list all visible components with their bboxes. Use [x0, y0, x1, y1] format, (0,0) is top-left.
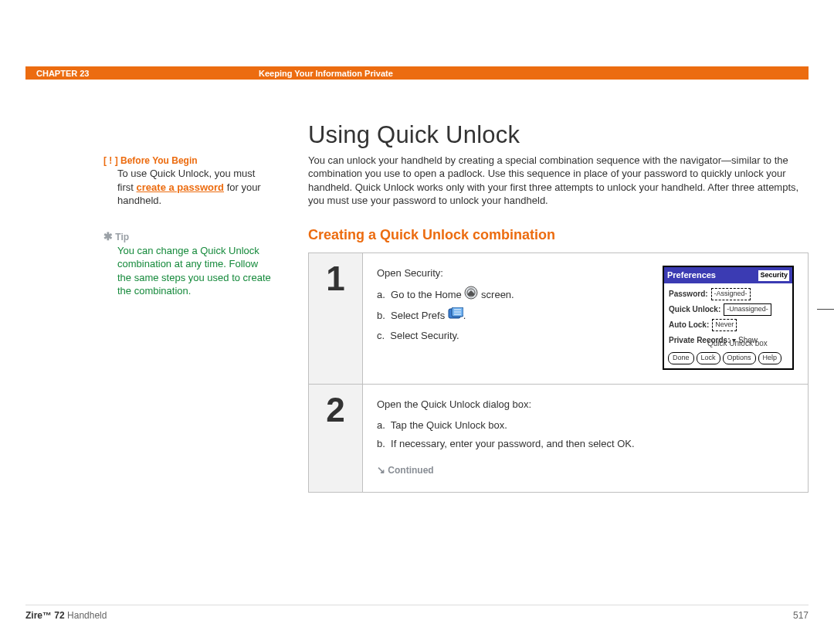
- step-lead: Open the Quick Unlock dialog box:: [377, 397, 794, 412]
- create-password-link[interactable]: create a password: [137, 181, 224, 193]
- done-button: Done: [668, 352, 694, 364]
- quickunlock-box: -Unassigned-: [724, 303, 771, 316]
- item-text-post: .: [463, 310, 466, 321]
- section-heading: Using Quick Unlock: [308, 121, 809, 149]
- page-footer: Zire™ 72 Handheld 517: [25, 605, 809, 621]
- screenshot-row: Quick Unlock: -Unassigned-: [669, 303, 788, 316]
- step-content: Open the Quick Unlock dialog box: a. Tap…: [363, 385, 808, 492]
- password-label: Password:: [669, 288, 708, 300]
- page-number: 517: [793, 610, 809, 621]
- chapter-label: CHAPTER 23: [36, 69, 259, 78]
- autolock-value: Never: [712, 319, 737, 331]
- subsection-heading: Creating a Quick Unlock combination: [308, 227, 809, 243]
- lock-button: Lock: [697, 352, 720, 364]
- screenshot-title: Preferences: [667, 269, 716, 282]
- item-text: Go to the Home: [391, 289, 464, 300]
- item-text: Select Security.: [390, 330, 459, 341]
- before-you-begin-heading: [ ! ] Before You Begin: [103, 154, 273, 167]
- step-content: Open Security: a. Go to the Home screen.…: [363, 253, 808, 384]
- step-item: a. Tap the Quick Unlock box.: [377, 418, 794, 433]
- step-item: c. Select Security.: [377, 328, 650, 344]
- step-number: 2: [309, 385, 363, 492]
- intro-paragraph: You can unlock your handheld by creating…: [308, 154, 809, 207]
- chapter-title: Keeping Your Information Private: [259, 69, 393, 78]
- quickunlock-callout: Quick Unlock box: [707, 340, 768, 347]
- step-number: 1: [309, 253, 363, 384]
- screenshot-row: Auto Lock: Never: [669, 319, 788, 331]
- step-item: b. Select Prefs .: [377, 307, 650, 324]
- quickunlock-label: Quick Unlock:: [669, 303, 720, 316]
- product-name: Zire™ 72 Handheld: [25, 610, 107, 621]
- screenshot-titlebar: Preferences Security: [664, 267, 792, 283]
- tip-heading: ✱ Tip: [103, 229, 273, 244]
- before-you-begin-body: To use Quick Unlock, you must first crea…: [117, 167, 273, 208]
- steps-table: 1 Open Security: a. Go to the Home scree…: [308, 253, 809, 493]
- autolock-label: Auto Lock:: [669, 319, 709, 331]
- step-row: 2 Open the Quick Unlock dialog box: a. T…: [309, 385, 808, 492]
- main-content: Using Quick Unlock You can unlock your h…: [308, 121, 809, 493]
- step-item: b. If necessary, enter your password, an…: [377, 436, 794, 452]
- item-text: Tap the Quick Unlock box.: [391, 419, 507, 431]
- product-rest: Handheld: [65, 610, 107, 621]
- step-lead: Open Security:: [377, 266, 650, 281]
- item-text: If necessary, enter your password, and t…: [391, 438, 635, 449]
- screenshot-row: Password: -Assigned-: [669, 288, 788, 300]
- options-button: Options: [723, 352, 756, 364]
- product-bold: Zire™ 72: [25, 610, 65, 621]
- continued-label: Continued: [388, 465, 433, 476]
- step-item: a. Go to the Home screen.: [377, 286, 650, 304]
- prefs-icon: [448, 307, 463, 324]
- callout-line: [817, 309, 834, 310]
- chapter-header-bar: CHAPTER 23 Keeping Your Information Priv…: [25, 66, 809, 80]
- screenshot-category: Security: [758, 270, 789, 281]
- step-row: 1 Open Security: a. Go to the Home scree…: [309, 253, 808, 385]
- tip-body: You can change a Quick Unlock combinatio…: [117, 244, 273, 298]
- alert-bracket-icon: [ ! ]: [103, 155, 118, 166]
- item-text: Select Prefs: [391, 310, 448, 321]
- tip-star-icon: ✱: [103, 230, 113, 242]
- home-icon: [464, 286, 478, 304]
- sidebar: [ ! ] Before You Begin To use Quick Unlo…: [103, 154, 273, 298]
- tip-label: Tip: [115, 232, 129, 242]
- item-text-post: screen.: [478, 289, 514, 300]
- screenshot-button-row: Done Lock Options Help: [664, 349, 792, 368]
- before-you-begin-label: Before You Begin: [120, 155, 198, 166]
- help-button: Help: [758, 352, 782, 364]
- continued-arrow-icon: ↘: [377, 464, 385, 476]
- password-value: -Assigned-: [711, 288, 751, 300]
- continued-indicator: ↘ Continued: [377, 463, 794, 478]
- preferences-screenshot: Preferences Security Password: -Assigned…: [663, 266, 794, 370]
